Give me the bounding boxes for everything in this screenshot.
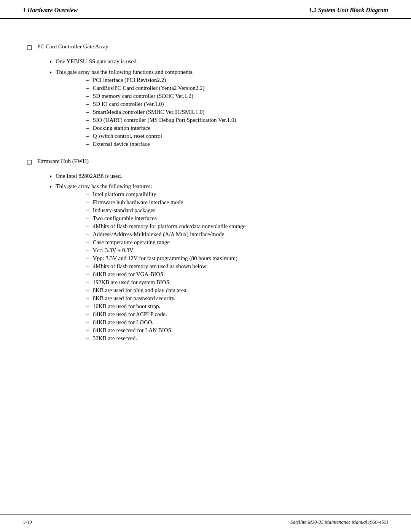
dash-symbol: –: [86, 311, 89, 318]
list-item: –Intel platform compatibility: [86, 191, 245, 198]
bullet-dot: •: [49, 183, 52, 192]
list-item: –SIO (UART) controller (MS Debug Port Sp…: [86, 117, 236, 123]
dash-text: 16KB are used for boot strap.: [93, 303, 160, 310]
dash-symbol: –: [86, 141, 89, 147]
dash-text: 64KB are reserved for LAN BIOS.: [93, 327, 173, 334]
dash-text: Address/Address-Multiplexed (A/A Mux) in…: [93, 231, 224, 238]
list-item: –External device interface: [86, 141, 236, 147]
dash-text: Vpp: 3.3V and 12V for fast programming (…: [93, 255, 237, 262]
list-item: –8KB are used for password security.: [86, 295, 245, 302]
list-item: –64KB are reserved for LAN BIOS.: [86, 327, 245, 334]
list-item: –16KB are used for boot strap.: [86, 303, 245, 310]
bullet-dot: •: [49, 69, 52, 77]
list-item: • One Intel 82802AB8 is used.: [49, 173, 384, 181]
section-pc-card: ☐ PC Card Controller Gate Array: [27, 43, 384, 51]
list-item: • This gate array has the following func…: [49, 69, 384, 149]
list-item: • This gate array has the following feat…: [49, 183, 384, 343]
bullet-text: One YEBISU-SS gate array is used.: [56, 58, 138, 65]
main-content: ☐ PC Card Controller Gate Array • One YE…: [0, 19, 411, 376]
list-item: –64KB are used for VGA-BIOS.: [86, 271, 245, 278]
dash-text: PCI interface (PCI Revision2.2): [93, 77, 166, 83]
dash-symbol: –: [86, 223, 89, 230]
dash-text: 32KB are reserved.: [93, 335, 137, 342]
dash-symbol: –: [86, 271, 89, 278]
dash-symbol: –: [86, 215, 89, 222]
page-container: 1 Hardware Overview 1.2 System Unit Bloc…: [0, 0, 411, 532]
list-item: –SD memory card controller (SDHC Ver.1.2…: [86, 93, 236, 99]
dash-symbol: –: [86, 303, 89, 310]
list-item: –SmartMedia controller (SMHC Ver.01/SMIL…: [86, 109, 236, 115]
dash-symbol: –: [86, 255, 89, 262]
dash-text: SIO (UART) controller (MS Debug Port Spe…: [93, 117, 236, 123]
page-header: 1 Hardware Overview 1.2 System Unit Bloc…: [0, 0, 411, 19]
bullet-text: One Intel 82802AB8 is used.: [56, 173, 122, 179]
bullet-content: This gate array has the following featur…: [56, 183, 245, 343]
dash-text: External device interface: [93, 141, 150, 147]
dash-text: Vcc: 3.3V ± 0.3V: [93, 247, 134, 254]
dash-text: 64KB are used for LOGO.: [93, 319, 154, 326]
dash-text: SD memory card controller (SDHC Ver.1.2): [93, 93, 193, 99]
list-item: –Firmware hub hardware interface mode: [86, 199, 245, 206]
dash-symbol: –: [86, 319, 89, 326]
dash-text: 4Mbits of flash memory are used as shown…: [93, 263, 208, 270]
dash-symbol: –: [86, 263, 89, 270]
dash-symbol: –: [86, 101, 89, 107]
dash-symbol: –: [86, 287, 89, 294]
checkbox-icon-pc-card: ☐: [27, 44, 32, 51]
dash-text: CardBus/PC Card controller (Yenta2 Versi…: [93, 85, 205, 91]
bullet-content: This gate array has the following functi…: [56, 69, 236, 149]
dash-list-firmware: –Intel platform compatibility–Firmware h…: [86, 191, 245, 342]
list-item: –CardBus/PC Card controller (Yenta2 Vers…: [86, 85, 236, 91]
dash-text: 8KB are used for password security.: [93, 295, 175, 302]
firmware-bullet-list: • One Intel 82802AB8 is used. • This gat…: [49, 173, 384, 343]
dash-symbol: –: [86, 93, 89, 99]
list-item: –4Mbits of flash memory for platform cod…: [86, 223, 245, 230]
dash-symbol: –: [86, 207, 89, 214]
section-title-pc-card: PC Card Controller Gate Array: [37, 43, 108, 50]
dash-symbol: –: [86, 199, 89, 206]
dash-symbol: –: [86, 117, 89, 123]
dash-symbol: –: [86, 247, 89, 254]
dash-symbol: –: [86, 335, 89, 342]
dash-text: SD IO card controller (Ver.1.0): [93, 101, 164, 107]
dash-text: Case temperature operating range: [93, 239, 170, 246]
list-item: –32KB are reserved.: [86, 335, 245, 342]
list-item: –64KB are used for LOGO.: [86, 319, 245, 326]
bullet-dot: •: [49, 173, 52, 181]
dash-symbol: –: [86, 133, 89, 139]
list-item: –4Mbits of flash memory are used as show…: [86, 263, 245, 270]
dash-symbol: –: [86, 295, 89, 302]
dash-text: Industry-standard packages: [93, 207, 156, 214]
dash-text: 4Mbits of flash memory for platform code…: [93, 223, 246, 230]
dash-symbol: –: [86, 191, 89, 198]
list-item: –Docking station interface: [86, 125, 236, 131]
list-item: –Q switch control, reset control: [86, 133, 236, 139]
header-left: 1 Hardware Overview: [23, 7, 78, 14]
dash-symbol: –: [86, 231, 89, 238]
footer-left: 1-10: [23, 519, 32, 525]
dash-text: Docking station interface: [93, 125, 151, 131]
dash-list-pc-card: –PCI interface (PCI Revision2.2)–CardBus…: [86, 77, 236, 147]
bullet-text: This gate array has the following functi…: [56, 69, 194, 75]
footer-right: Satellite M30-35 Maintenance Manual (960…: [290, 519, 388, 525]
list-item: –PCI interface (PCI Revision2.2): [86, 77, 236, 83]
dash-symbol: –: [86, 109, 89, 115]
list-item: –8KB are used for plug and play data are…: [86, 287, 245, 294]
dash-text: Intel platform compatibility: [93, 191, 156, 198]
bullet-dot: •: [49, 58, 52, 67]
list-item: –192KB are used for system BIOS.: [86, 279, 245, 286]
dash-text: 64KB are used for ACPI P code.: [93, 311, 167, 318]
dash-text: 192KB are used for system BIOS.: [93, 279, 171, 286]
header-right: 1.2 System Unit Block Diagram: [309, 7, 388, 14]
list-item: –Address/Address-Multiplexed (A/A Mux) i…: [86, 231, 245, 238]
checkbox-icon-firmware: ☐: [27, 159, 32, 166]
dash-text: SmartMedia controller (SMHC Ver.01/SMIL1…: [93, 109, 204, 115]
dash-symbol: –: [86, 327, 89, 334]
dash-symbol: –: [86, 85, 89, 91]
section-firmware-hub: ☐ Firmware Hub (FWH): [27, 158, 384, 166]
bullet-text: This gate array has the following featur…: [56, 183, 152, 189]
list-item: –Industry-standard packages: [86, 207, 245, 214]
dash-text: Q switch control, reset control: [93, 133, 162, 139]
dash-text: Firmware hub hardware interface mode: [93, 199, 183, 206]
section-title-firmware: Firmware Hub (FWH): [37, 158, 89, 165]
